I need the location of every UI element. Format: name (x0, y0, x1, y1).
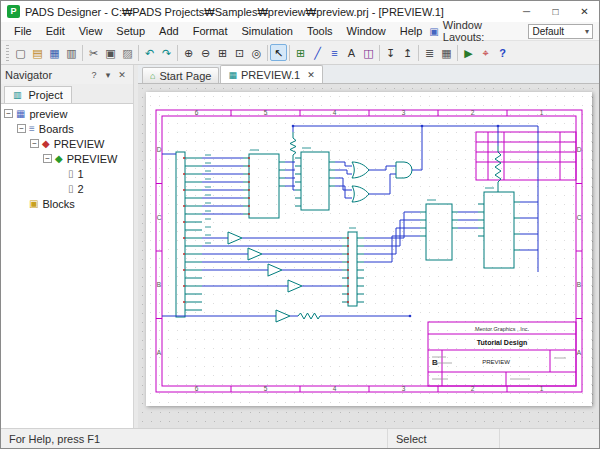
paste-icon[interactable]: ▨ (119, 44, 136, 61)
navigator-title: Navigator (5, 69, 87, 81)
zoom-fit-icon[interactable]: ⊡ (231, 44, 248, 61)
menu-tools[interactable]: Tools (300, 24, 340, 38)
save-icon[interactable]: ▦ (46, 44, 63, 61)
sheet-icon: ▯ (68, 168, 74, 179)
tree-item-board-preview[interactable]: − ◆ PREVIEW (1, 136, 133, 151)
title-block: Mentor Graphics , Inc. Tutorial Design B… (432, 326, 529, 367)
tree-item-sheet-1[interactable]: ▯ 1 (1, 166, 133, 181)
svg-text:1: 1 (540, 385, 544, 392)
chevron-down-icon: ▾ (585, 27, 589, 36)
probe-icon[interactable]: ⌖ (477, 44, 494, 61)
svg-text:B: B (577, 281, 581, 288)
collapse-icon[interactable]: − (17, 124, 26, 133)
menu-view[interactable]: View (72, 24, 110, 38)
cut-icon[interactable]: ✂ (85, 44, 102, 61)
separator (82, 45, 83, 61)
tree-item-boards[interactable]: − ≡ Boards (1, 121, 133, 136)
svg-text:4: 4 (333, 385, 337, 392)
svg-text:B: B (432, 358, 438, 367)
zoom-window-icon[interactable]: ⊞ (214, 44, 231, 61)
svg-text:6: 6 (195, 109, 199, 116)
menu-help[interactable]: Help (393, 24, 430, 38)
schematic-sheet-icon: ▦ (228, 70, 237, 80)
add-symbol-icon[interactable]: ◫ (360, 44, 377, 61)
tab-label: PREVIEW.1 (241, 69, 300, 81)
status-bar: For Help, press F1 Select (1, 428, 599, 448)
menu-simulation[interactable]: Simulation (235, 24, 300, 38)
window-layouts-label: Window Layouts: (443, 19, 525, 43)
separator (267, 45, 268, 61)
select-cursor-icon[interactable]: ↖ (270, 44, 287, 61)
sheet-icon: ▯ (68, 183, 74, 194)
navigator-panel: Navigator ? ▾ ✕ ▥ Project − ▦ preview − (1, 65, 133, 428)
undo-icon[interactable]: ↶ (141, 44, 158, 61)
collapse-icon[interactable]: − (30, 139, 39, 148)
project-tab-icon: ▥ (13, 90, 22, 100)
properties-icon[interactable]: ≣ (421, 44, 438, 61)
boards-icon: ≡ (29, 123, 35, 134)
add-text-icon[interactable]: A (343, 44, 360, 61)
window-layouts-dropdown[interactable]: Default ▾ (528, 24, 593, 39)
tree-item-label: 2 (78, 183, 84, 195)
pop-hierarchy-icon[interactable]: ↥ (399, 44, 416, 61)
add-part-icon[interactable]: ⊞ (292, 44, 309, 61)
collapse-icon[interactable]: − (4, 109, 13, 118)
tree-item-preview-project[interactable]: − ▦ preview (1, 106, 133, 121)
svg-text:6: 6 (195, 385, 199, 392)
tab-preview-1[interactable]: ▦ PREVIEW.1 ✕ (220, 65, 322, 83)
window-layouts-value: Default (532, 26, 564, 37)
help-icon[interactable]: ? (494, 44, 511, 61)
add-bus-icon[interactable]: ≡ (326, 44, 343, 61)
pin-icon[interactable]: ▾ (101, 70, 115, 80)
close-tab-icon[interactable]: ✕ (307, 70, 315, 80)
add-net-icon[interactable]: ╱ (309, 44, 326, 61)
close-icon[interactable]: ✕ (115, 70, 129, 80)
help-icon[interactable]: ? (87, 70, 101, 80)
collapse-icon[interactable]: − (43, 154, 52, 163)
menu-bar: File Edit View Setup Add Format Simulati… (1, 22, 599, 41)
sheet-frame (156, 110, 582, 392)
separator (457, 45, 458, 61)
toolbar-drag-handle[interactable] (6, 45, 9, 61)
redo-icon[interactable]: ↷ (158, 44, 175, 61)
tree-item-label: PREVIEW (67, 153, 118, 165)
tree-item-label: PREVIEW (54, 138, 105, 150)
new-document-icon[interactable]: ▢ (12, 44, 29, 61)
navigator-header: Navigator ? ▾ ✕ (1, 65, 133, 84)
run-simulation-icon[interactable]: ▶ (460, 44, 477, 61)
zoom-sheet-icon[interactable]: ◎ (248, 44, 265, 61)
status-blank-pane (499, 429, 599, 448)
schematic-canvas[interactable]: 6 5 4 3 2 1 6 5 4 3 2 1 D (138, 84, 599, 428)
tree-item-label: 1 (78, 168, 84, 180)
schematic-sheet[interactable]: 6 5 4 3 2 1 6 5 4 3 2 1 D (146, 92, 592, 406)
svg-text:4: 4 (333, 109, 337, 116)
copy-icon[interactable]: ▣ (102, 44, 119, 61)
navigator-tab-row: ▥ Project (1, 84, 133, 104)
main-area: ⌂ Start Page ▦ PREVIEW.1 ✕ (138, 65, 599, 428)
tree-item-schematic-preview[interactable]: − ◆ PREVIEW (1, 151, 133, 166)
tab-project[interactable]: ▥ Project (4, 86, 72, 103)
svg-text:D: D (157, 146, 162, 153)
menu-window[interactable]: Window (340, 24, 393, 38)
menu-setup[interactable]: Setup (109, 24, 152, 38)
project-tree: − ▦ preview − ≡ Boards − ◆ PREVIEW − ◆ (1, 104, 133, 428)
grid-icon[interactable]: ▦ (438, 44, 455, 61)
zoom-out-icon[interactable]: ⊖ (197, 44, 214, 61)
menu-file[interactable]: File (7, 24, 39, 38)
open-icon[interactable]: ▤ (29, 44, 46, 61)
menu-add[interactable]: Add (152, 24, 186, 38)
tree-item-label: Boards (39, 123, 74, 135)
schematic-icon: ◆ (55, 153, 63, 164)
schematic-wires (162, 126, 538, 316)
content-area: Navigator ? ▾ ✕ ▥ Project − ▦ preview − (1, 65, 599, 428)
tree-item-label: preview (29, 108, 67, 120)
menu-format[interactable]: Format (186, 24, 235, 38)
tab-start-page[interactable]: ⌂ Start Page (142, 67, 219, 83)
tree-item-sheet-2[interactable]: ▯ 2 (1, 181, 133, 196)
menu-edit[interactable]: Edit (39, 24, 72, 38)
zoom-in-icon[interactable]: ⊕ (180, 44, 197, 61)
tree-item-blocks[interactable]: ▣ Blocks (1, 196, 133, 211)
push-hierarchy-icon[interactable]: ↧ (382, 44, 399, 61)
window-layout-icon: ▣ (429, 26, 438, 37)
print-icon[interactable]: ▥ (63, 44, 80, 61)
